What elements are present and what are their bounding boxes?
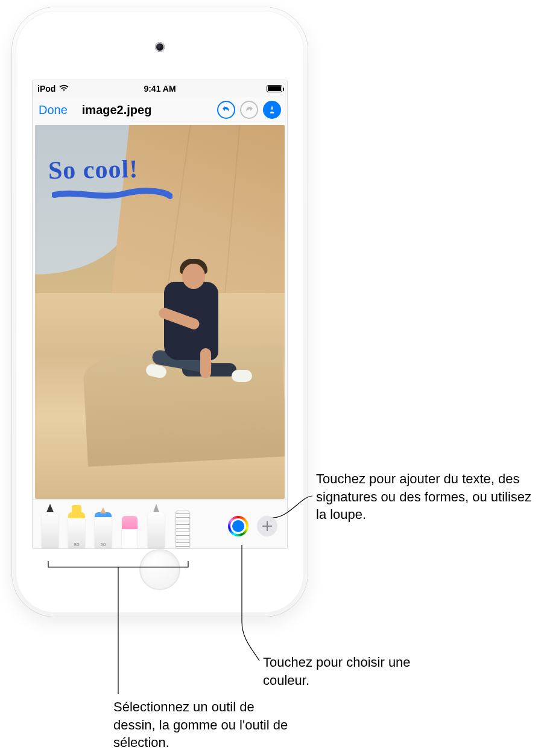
device-label: iPod [37,84,55,94]
navbar: Done image2.jpeg [33,97,287,122]
device-screen: iPod 9:41 AM Done image2.jpeg [32,80,288,549]
status-bar: iPod 9:41 AM [33,80,287,97]
photo-canvas[interactable]: So cool! [35,125,285,499]
callout-color: Touchez pour choisir une couleur. [263,653,432,689]
pen-tool[interactable] [37,499,63,548]
battery-icon [267,85,282,92]
wifi-icon [59,84,69,94]
undo-button[interactable] [217,101,235,119]
ruler-tool[interactable] [170,503,195,548]
handwriting-underline[interactable] [52,188,172,203]
device-frame: iPod 9:41 AM Done image2.jpeg [12,7,308,617]
done-button[interactable]: Done [39,103,68,117]
eraser-tool[interactable] [117,503,142,548]
device-bezel: iPod 9:41 AM Done image2.jpeg [16,11,304,613]
clock: 9:41 AM [144,84,176,94]
home-button[interactable] [139,549,180,590]
markup-button[interactable] [263,101,281,119]
pencil-size-label: 50 [90,542,116,547]
handwriting-annotation[interactable]: So cool! [48,154,139,185]
add-shape-button[interactable] [257,516,277,536]
pencil-tool[interactable]: 50 [90,503,116,548]
marker-size-label: 80 [64,542,89,547]
color-picker-button[interactable] [228,516,248,536]
marker-tool[interactable]: 80 [64,503,89,548]
markup-tool-palette: 80 50 [33,499,287,548]
front-camera [155,42,165,52]
redo-button[interactable] [240,101,258,119]
photo-subject-person [128,258,248,415]
lasso-tool[interactable] [144,503,169,548]
file-title: image2.jpeg [82,103,152,117]
callout-tools: Sélectionnez un outil de dessin, la gomm… [113,698,288,752]
callout-add: Touchez pour ajouter du texte, des signa… [316,470,533,524]
